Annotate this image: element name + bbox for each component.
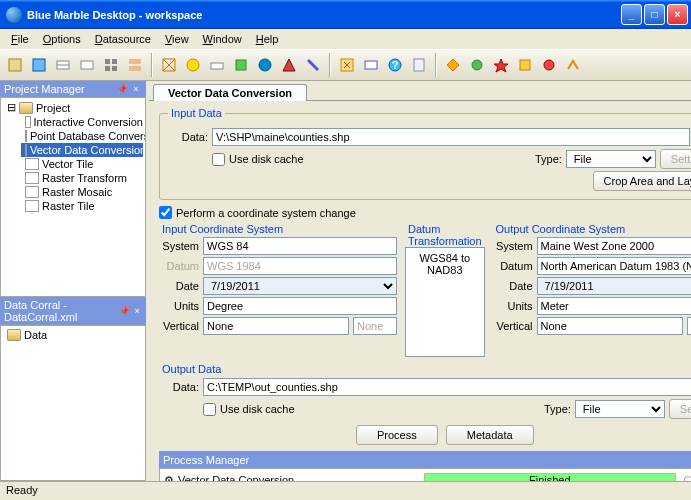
minimize-button[interactable]: _ bbox=[621, 4, 642, 25]
tree-root[interactable]: ⊟ Project bbox=[3, 100, 143, 115]
process-manager-body: ⚙Vector Data Conversion Finished Cancel bbox=[159, 468, 691, 481]
pin-icon[interactable]: 📌 bbox=[119, 305, 130, 317]
svg-text:?: ? bbox=[392, 59, 399, 71]
tool-icon-15[interactable] bbox=[360, 54, 382, 76]
tool-icon-2[interactable] bbox=[28, 54, 50, 76]
tool-icon-12[interactable] bbox=[278, 54, 300, 76]
tool-icon-16[interactable]: ? bbox=[384, 54, 406, 76]
tool-icon-23[interactable] bbox=[562, 54, 584, 76]
tool-icon-22[interactable] bbox=[538, 54, 560, 76]
menu-options[interactable]: Options bbox=[36, 31, 88, 47]
tree-item-raster-transform[interactable]: Raster Transform bbox=[21, 171, 143, 185]
date-label: Date bbox=[159, 280, 199, 292]
output-vertical2-field bbox=[687, 317, 691, 335]
output-data-legend: Output Data bbox=[159, 363, 691, 375]
output-type-select[interactable]: File bbox=[575, 400, 665, 418]
datum-trans-legend: Datum Transformation bbox=[405, 223, 485, 247]
input-data-legend: Input Data bbox=[168, 107, 225, 119]
type-label: Type: bbox=[535, 153, 562, 165]
menu-view[interactable]: View bbox=[158, 31, 196, 47]
output-datum-field[interactable] bbox=[537, 257, 691, 275]
svg-rect-0 bbox=[9, 59, 21, 71]
crop-area-button[interactable]: Crop Area and Layers bbox=[593, 171, 691, 191]
input-system-field[interactable] bbox=[203, 237, 397, 255]
process-button[interactable]: Process bbox=[356, 425, 438, 445]
input-vertical-field[interactable] bbox=[203, 317, 349, 335]
output-data-field[interactable] bbox=[203, 378, 691, 396]
tool-icon-20[interactable] bbox=[490, 54, 512, 76]
tree-item-vector-tile[interactable]: Vector Tile bbox=[21, 157, 143, 171]
tool-icon-13[interactable] bbox=[302, 54, 324, 76]
tool-icon-4[interactable] bbox=[76, 54, 98, 76]
svg-rect-9 bbox=[129, 59, 141, 64]
tree-item-label: Vector Tile bbox=[42, 158, 93, 170]
tool-icon-18[interactable] bbox=[442, 54, 464, 76]
menu-datasource[interactable]: Datasource bbox=[88, 31, 158, 47]
input-units-field[interactable] bbox=[203, 297, 397, 315]
progress-status: Finished bbox=[529, 474, 571, 481]
input-date-select[interactable]: 7/19/2011 bbox=[203, 277, 397, 295]
system-label: System bbox=[493, 240, 533, 252]
tool-icon-3[interactable] bbox=[52, 54, 74, 76]
tree-item-point-database-conversion[interactable]: Point Database Conversion bbox=[21, 129, 143, 143]
output-system-field[interactable] bbox=[537, 237, 691, 255]
tree-item[interactable]: Data bbox=[3, 328, 143, 342]
tool-icon-14[interactable] bbox=[336, 54, 358, 76]
close-pane-icon[interactable]: × bbox=[132, 305, 142, 317]
tool-icon-10[interactable] bbox=[230, 54, 252, 76]
close-button[interactable]: × bbox=[667, 4, 688, 25]
data-corral-tree[interactable]: Data bbox=[0, 325, 146, 481]
output-disk-cache-checkbox[interactable] bbox=[203, 403, 216, 416]
doc-icon bbox=[25, 116, 31, 128]
menu-window[interactable]: Window bbox=[196, 31, 249, 47]
output-units-field[interactable] bbox=[537, 297, 691, 315]
disk-cache-checkbox[interactable] bbox=[212, 153, 225, 166]
svg-rect-1 bbox=[33, 59, 45, 71]
tree-item-vector-data-conversion[interactable]: Vector Data Conversion bbox=[21, 143, 143, 157]
tool-icon-11[interactable] bbox=[254, 54, 276, 76]
statusbar: Ready bbox=[0, 481, 691, 500]
tool-icon-7[interactable] bbox=[158, 54, 180, 76]
process-manager-header: Process Manager ▾ 📌 × bbox=[159, 451, 691, 468]
output-vertical-field[interactable] bbox=[537, 317, 683, 335]
close-pane-icon[interactable]: × bbox=[130, 83, 142, 95]
datum-line2: NAD83 bbox=[410, 264, 480, 276]
tree-item-raster-tile[interactable]: Raster Tile bbox=[21, 199, 143, 213]
tree-item-label: Raster Transform bbox=[42, 172, 127, 184]
menu-help[interactable]: Help bbox=[249, 31, 286, 47]
tool-icon-8[interactable] bbox=[182, 54, 204, 76]
tool-icon-9[interactable] bbox=[206, 54, 228, 76]
tree-item-raster-mosaic[interactable]: Raster Mosaic bbox=[21, 185, 143, 199]
data-corral-header: Data Corral - DataCorral.xml 📌 × bbox=[0, 297, 146, 325]
process-row[interactable]: ⚙Vector Data Conversion Finished Cancel bbox=[162, 471, 691, 481]
metadata-button[interactable]: Metadata bbox=[446, 425, 534, 445]
tab-vector-data-conversion[interactable]: Vector Data Conversion bbox=[153, 84, 307, 101]
tool-icon-6[interactable] bbox=[124, 54, 146, 76]
tool-icon-19[interactable] bbox=[466, 54, 488, 76]
input-data-field[interactable] bbox=[212, 128, 690, 146]
pin-icon[interactable]: 📌 bbox=[116, 83, 128, 95]
svg-point-20 bbox=[472, 60, 482, 70]
units-label: Units bbox=[493, 300, 533, 312]
svg-rect-4 bbox=[81, 61, 93, 69]
perform-change-checkbox[interactable] bbox=[159, 206, 172, 219]
titlebar: Blue Marble Desktop - workspace _ □ × bbox=[0, 0, 691, 29]
output-date-select[interactable]: 7/19/2011 bbox=[537, 277, 691, 295]
input-cs-legend: Input Coordinate System bbox=[159, 223, 397, 235]
project-tree[interactable]: ⊟ Project Interactive ConversionPoint Da… bbox=[0, 97, 146, 297]
tool-icon-21[interactable] bbox=[514, 54, 536, 76]
tool-icon-5[interactable] bbox=[100, 54, 122, 76]
tool-icon-1[interactable] bbox=[4, 54, 26, 76]
settings-button: Settings bbox=[669, 399, 691, 419]
tree-item-label: Interactive Conversion bbox=[34, 116, 143, 128]
datum-line1: WGS84 to bbox=[410, 252, 480, 264]
menu-file[interactable]: File bbox=[4, 31, 36, 47]
svg-point-22 bbox=[544, 60, 554, 70]
datum-transformation-box[interactable]: WGS84 to NAD83 bbox=[405, 247, 485, 357]
tree-item-interactive-conversion[interactable]: Interactive Conversion bbox=[21, 115, 143, 129]
tree-item-label: Raster Tile bbox=[42, 200, 95, 212]
input-type-select[interactable]: File bbox=[566, 150, 656, 168]
svg-rect-5 bbox=[105, 59, 110, 64]
maximize-button[interactable]: □ bbox=[644, 4, 665, 25]
tool-icon-17[interactable] bbox=[408, 54, 430, 76]
